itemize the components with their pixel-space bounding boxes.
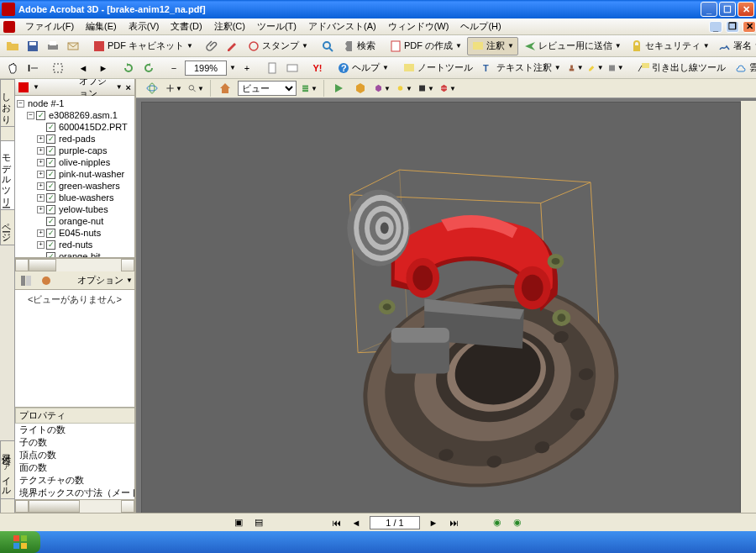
prev-page[interactable]: ◄ bbox=[349, 516, 363, 529]
menu-file[interactable]: ファイル(F) bbox=[20, 18, 79, 34]
menu-view[interactable]: 表示(V) bbox=[123, 18, 165, 34]
next-page[interactable]: ► bbox=[427, 516, 440, 529]
stamp-button[interactable]: スタンプ▼ bbox=[244, 38, 312, 55]
play-button[interactable] bbox=[329, 79, 348, 97]
tree-expander[interactable]: + bbox=[37, 229, 45, 237]
tree-hscroll[interactable] bbox=[15, 258, 134, 271]
tree-node-label[interactable]: pink-nut-washer bbox=[57, 169, 126, 179]
tree-expander[interactable]: + bbox=[37, 171, 45, 178]
tree-expander[interactable]: + bbox=[37, 194, 45, 202]
create-pdf-button[interactable]: PDF の作成▼ bbox=[386, 38, 465, 55]
tree-node-label[interactable]: E045-nuts bbox=[57, 228, 102, 238]
tree-expander[interactable]: + bbox=[37, 182, 45, 190]
tree-checkbox[interactable]: ✓ bbox=[46, 217, 55, 226]
layout-button[interactable]: ▤ bbox=[252, 516, 265, 529]
model-tree[interactable]: −node #-1−✓e3088269.asm.1✓6000415D2.PRT+… bbox=[15, 96, 134, 258]
tree-node-label[interactable]: red-pads bbox=[57, 134, 97, 144]
tree-node-label[interactable]: 6000415D2.PRT bbox=[57, 122, 129, 132]
tree-node-label[interactable]: purple-caps bbox=[57, 145, 108, 155]
bgcolor-button[interactable]: ▼ bbox=[417, 79, 435, 97]
model-render-2[interactable]: ▼ bbox=[373, 79, 391, 97]
tree-node-label[interactable]: red-nuts bbox=[57, 240, 94, 250]
tree-node-label[interactable]: orange-bit bbox=[57, 251, 102, 258]
tree-checkbox[interactable]: ✓ bbox=[46, 252, 55, 259]
select-tool[interactable]: I bbox=[24, 59, 42, 77]
tree-expander[interactable]: + bbox=[37, 135, 45, 143]
cross-section[interactable]: ▼ bbox=[438, 79, 457, 97]
email-button[interactable] bbox=[64, 37, 82, 55]
callout-tool[interactable]: 引き出し線ツール bbox=[633, 60, 729, 76]
tab-model-tree[interactable]: モデルツリー bbox=[0, 140, 14, 210]
open-button[interactable] bbox=[3, 37, 22, 55]
page-input[interactable] bbox=[370, 516, 420, 529]
props-header-name[interactable]: プロパティ bbox=[16, 408, 135, 424]
menu-tools[interactable]: ツール(T) bbox=[252, 18, 302, 34]
send-review-button[interactable]: レビュー用に送信▼ bbox=[520, 38, 625, 55]
tree-checkbox[interactable]: ✓ bbox=[36, 111, 45, 120]
tab-comments[interactable]: 注釈 bbox=[0, 498, 14, 513]
rotate-cw[interactable] bbox=[119, 59, 138, 77]
marquee-tool[interactable] bbox=[49, 59, 67, 77]
menu-window[interactable]: ウィンドウ(W) bbox=[383, 18, 454, 34]
doc-vscroll[interactable] bbox=[741, 101, 756, 513]
rotate-ccw[interactable] bbox=[139, 59, 158, 77]
tree-root-label[interactable]: node #-1 bbox=[26, 98, 66, 108]
close-button[interactable]: ✕ bbox=[738, 2, 754, 17]
tree-node-label[interactable]: e3088269.asm.1 bbox=[47, 110, 119, 120]
zoom-input[interactable] bbox=[185, 61, 227, 76]
props-hscroll[interactable] bbox=[15, 499, 134, 513]
3d-viewport[interactable] bbox=[141, 102, 741, 513]
tree-node-label[interactable]: green-washers bbox=[57, 181, 122, 191]
tree-checkbox[interactable]: ✓ bbox=[46, 229, 55, 238]
view-tool-2[interactable] bbox=[37, 271, 55, 290]
menu-edit[interactable]: 編集(E) bbox=[81, 18, 122, 34]
attach-button[interactable] bbox=[203, 37, 222, 55]
stamp-tool[interactable]: ▼ bbox=[566, 59, 585, 77]
cloud-tool[interactable]: 雲型ツール▼ bbox=[731, 60, 756, 76]
pan-3d-tool[interactable]: ▼ bbox=[165, 79, 183, 97]
tab-bookmarks[interactable]: しおり bbox=[0, 79, 14, 127]
tree-node-label[interactable]: olive-nipples bbox=[57, 157, 112, 167]
tree-expander[interactable]: + bbox=[37, 241, 45, 249]
tree-checkbox[interactable]: ✓ bbox=[46, 193, 55, 203]
nav-back[interactable]: ◉ bbox=[491, 516, 504, 529]
text-annot-button[interactable]: Tテキスト注釈▼ bbox=[478, 60, 564, 76]
start-button[interactable] bbox=[0, 531, 40, 553]
tree-checkbox[interactable]: ✓ bbox=[46, 182, 55, 191]
zoom-dropdown[interactable]: ▼ bbox=[229, 64, 236, 71]
security-button[interactable]: セキュリティ▼ bbox=[627, 38, 713, 55]
tree-expander[interactable]: + bbox=[37, 159, 45, 166]
tree-expander[interactable]: + bbox=[37, 147, 45, 155]
tree-node-label[interactable]: yelow-tubes bbox=[57, 204, 110, 214]
zoom-out[interactable]: − bbox=[165, 59, 183, 77]
tab-attachments[interactable]: 添付ファイル bbox=[0, 440, 14, 499]
fit-page[interactable] bbox=[263, 59, 281, 77]
view-select[interactable]: ビュー bbox=[238, 81, 297, 96]
menu-advanced[interactable]: アドバンスト(A) bbox=[303, 18, 381, 34]
tree-checkbox[interactable]: ✓ bbox=[46, 146, 55, 155]
save-button[interactable] bbox=[24, 37, 42, 55]
rotate-3d-tool[interactable] bbox=[143, 79, 161, 97]
yahoo-button[interactable]: Y! bbox=[308, 59, 327, 77]
tree-node-label[interactable]: blue-washers bbox=[57, 192, 115, 203]
edit-button[interactable] bbox=[223, 37, 242, 55]
pdf-cabinet-button[interactable]: PDF キャビネット▼ bbox=[89, 38, 197, 55]
fit-button[interactable]: ▣ bbox=[232, 516, 245, 529]
menu-document[interactable]: 文書(D) bbox=[165, 18, 207, 34]
mdi-minimize[interactable]: _ bbox=[709, 21, 722, 33]
help-button[interactable]: ?ヘルプ▼ bbox=[333, 60, 392, 76]
mdi-close[interactable]: ✕ bbox=[743, 21, 756, 33]
nav-fwd[interactable]: ◉ bbox=[511, 516, 524, 529]
tree-checkbox[interactable]: ✓ bbox=[46, 240, 55, 250]
lighting-button[interactable]: ▼ bbox=[395, 79, 413, 97]
tree-checkbox[interactable]: ✓ bbox=[46, 205, 55, 214]
color-swatch[interactable] bbox=[18, 82, 29, 92]
view-tool-1[interactable] bbox=[17, 271, 35, 290]
panel-close[interactable]: × bbox=[126, 82, 131, 92]
note-tool-button[interactable]: ノートツール bbox=[399, 60, 476, 76]
misc-tool[interactable]: ▼ bbox=[606, 59, 625, 77]
menu-comment[interactable]: 注釈(C) bbox=[209, 18, 250, 34]
options-label-2[interactable]: オプション bbox=[77, 274, 123, 287]
highlight-tool[interactable]: ▼ bbox=[586, 59, 605, 77]
sign-button[interactable]: 署名▼ bbox=[715, 38, 756, 55]
